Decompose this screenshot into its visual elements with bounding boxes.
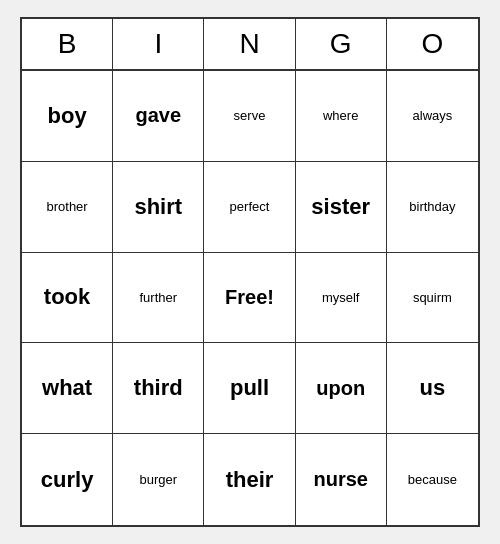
bingo-cell: birthday (387, 162, 478, 253)
cell-word: gave (135, 104, 181, 127)
bingo-cell: always (387, 71, 478, 162)
bingo-cell: us (387, 343, 478, 434)
bingo-header: BINGO (22, 19, 478, 71)
bingo-cell: squirm (387, 253, 478, 344)
bingo-cell: boy (22, 71, 113, 162)
bingo-cell: shirt (113, 162, 204, 253)
cell-word: Free! (225, 286, 274, 309)
header-letter: G (296, 19, 387, 69)
bingo-cell: where (296, 71, 387, 162)
bingo-cell: took (22, 253, 113, 344)
cell-word: what (42, 375, 92, 401)
bingo-cell: myself (296, 253, 387, 344)
cell-word: always (413, 108, 453, 123)
cell-word: serve (234, 108, 266, 123)
cell-word: took (44, 284, 90, 310)
cell-word: burger (140, 472, 178, 487)
bingo-cell: gave (113, 71, 204, 162)
bingo-grid: boygaveservewherealwaysbrothershirtperfe… (22, 71, 478, 525)
cell-word: their (226, 467, 274, 493)
header-letter: O (387, 19, 478, 69)
cell-word: because (408, 472, 457, 487)
bingo-cell: third (113, 343, 204, 434)
cell-word: where (323, 108, 358, 123)
cell-word: perfect (230, 199, 270, 214)
header-letter: N (204, 19, 295, 69)
bingo-cell: pull (204, 343, 295, 434)
cell-word: upon (316, 377, 365, 400)
bingo-cell: burger (113, 434, 204, 525)
cell-word: nurse (313, 468, 367, 491)
header-letter: I (113, 19, 204, 69)
cell-word: further (140, 290, 178, 305)
bingo-cell: upon (296, 343, 387, 434)
header-letter: B (22, 19, 113, 69)
cell-word: pull (230, 375, 269, 401)
cell-word: birthday (409, 199, 455, 214)
bingo-cell: nurse (296, 434, 387, 525)
bingo-cell: serve (204, 71, 295, 162)
cell-word: third (134, 375, 183, 401)
cell-word: brother (46, 199, 87, 214)
bingo-cell: further (113, 253, 204, 344)
bingo-cell: Free! (204, 253, 295, 344)
bingo-cell: their (204, 434, 295, 525)
bingo-cell: brother (22, 162, 113, 253)
bingo-cell: because (387, 434, 478, 525)
cell-word: sister (311, 194, 370, 220)
cell-word: us (420, 375, 446, 401)
cell-word: squirm (413, 290, 452, 305)
bingo-cell: perfect (204, 162, 295, 253)
cell-word: curly (41, 467, 94, 493)
bingo-cell: what (22, 343, 113, 434)
bingo-cell: sister (296, 162, 387, 253)
cell-word: myself (322, 290, 360, 305)
bingo-cell: curly (22, 434, 113, 525)
bingo-card: BINGO boygaveservewherealwaysbrothershir… (20, 17, 480, 527)
cell-word: boy (48, 103, 87, 129)
cell-word: shirt (134, 194, 182, 220)
